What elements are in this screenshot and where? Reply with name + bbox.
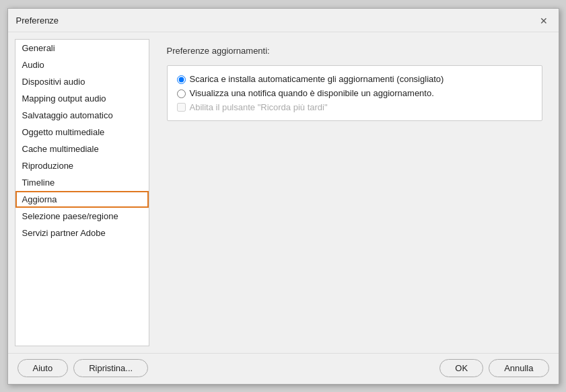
sidebar-item-dispositivi-audio[interactable]: Dispositivi audio	[15, 73, 149, 90]
dialog-title: Preferenze	[16, 15, 59, 26]
radio-notify[interactable]	[177, 89, 186, 98]
checkbox-row-later: Abilita il pulsante "Ricorda più tardi"	[177, 102, 532, 112]
ok-button[interactable]: OK	[439, 359, 483, 377]
update-options-box: Scarica e installa automaticamente gli a…	[167, 65, 542, 121]
checkbox-later-label: Abilita il pulsante "Ricorda più tardi"	[190, 102, 328, 112]
content-area: Preferenze aggiornamenti: Scarica e inst…	[157, 39, 552, 346]
radio-auto[interactable]	[177, 75, 186, 84]
preferences-dialog: Preferenze ✕ GeneraliAudioDispositivi au…	[7, 8, 559, 385]
sidebar-item-generali[interactable]: Generali	[15, 40, 149, 56]
sidebar-item-cache-multimediale[interactable]: Cache multimediale	[15, 141, 149, 157]
dialog-footer: Aiuto Ripristina... OK Annulla	[8, 353, 559, 384]
ripristina-button[interactable]: Ripristina...	[73, 359, 148, 377]
sidebar-item-salvataggio-automatico[interactable]: Salvataggio automatico	[15, 107, 149, 124]
sidebar-item-timeline[interactable]: Timeline	[15, 174, 149, 191]
footer-left: Aiuto Ripristina...	[17, 359, 149, 377]
radio-row-notify: Visualizza una notifica quando è disponi…	[177, 88, 532, 98]
radio-row-auto: Scarica e installa automaticamente gli a…	[177, 74, 532, 84]
sidebar-item-aggiorna[interactable]: Aggiorna	[15, 191, 149, 208]
section-title: Preferenze aggiornamenti:	[167, 46, 542, 56]
annulla-button[interactable]: Annulla	[489, 359, 549, 377]
radio-auto-label: Scarica e installa automaticamente gli a…	[190, 74, 444, 84]
title-bar: Preferenze ✕	[8, 9, 559, 32]
sidebar-item-oggetto-multimediale[interactable]: Oggetto multimediale	[15, 124, 149, 141]
dialog-body: GeneraliAudioDispositivi audioMapping ou…	[8, 32, 559, 353]
sidebar-item-riproduzione[interactable]: Riproduzione	[15, 157, 149, 174]
sidebar-item-audio[interactable]: Audio	[15, 56, 149, 73]
footer-right: OK Annulla	[439, 359, 549, 377]
sidebar-item-selezione-paese[interactable]: Selezione paese/regione	[15, 208, 149, 225]
close-button[interactable]: ✕	[537, 14, 551, 28]
sidebar-item-mapping-output-audio[interactable]: Mapping output audio	[15, 90, 149, 107]
aiuto-button[interactable]: Aiuto	[17, 359, 69, 377]
sidebar: GeneraliAudioDispositivi audioMapping ou…	[15, 39, 149, 346]
radio-notify-label: Visualizza una notifica quando è disponi…	[190, 88, 434, 98]
checkbox-later[interactable]	[177, 103, 186, 112]
sidebar-item-servizi-partner[interactable]: Servizi partner Adobe	[15, 225, 149, 241]
